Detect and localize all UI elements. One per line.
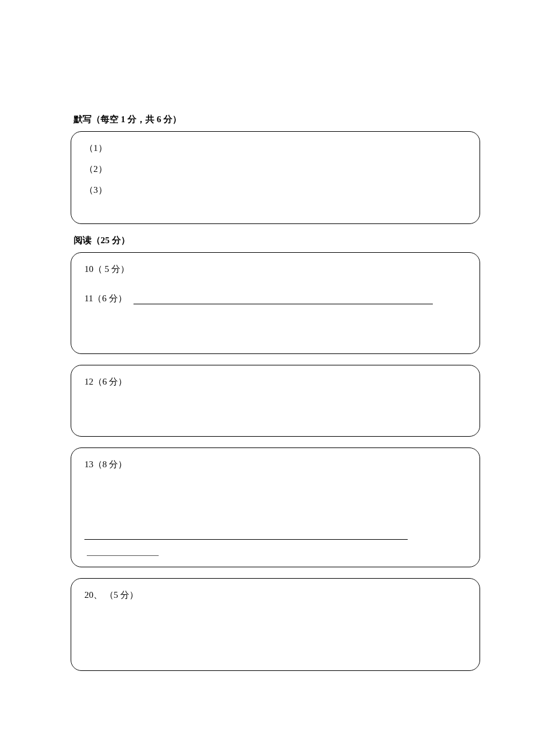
- answer-box-q10-q11: 10（ 5 分） 11（6 分）: [71, 252, 480, 354]
- answer-box-q20: 20、 （5 分）: [71, 578, 480, 671]
- answer-box-q12: 12（6 分）: [71, 365, 480, 437]
- question-13-answer-line-1[interactable]: [84, 539, 408, 540]
- dictation-item-2[interactable]: （2）: [84, 164, 466, 175]
- question-11-label: 11（6 分）: [84, 293, 127, 304]
- dictation-item-1[interactable]: （1）: [84, 143, 466, 154]
- question-13-label: 13（8 分）: [84, 459, 127, 470]
- question-10-label: 10（ 5 分）: [84, 264, 129, 275]
- question-12-label: 12（6 分）: [84, 376, 127, 388]
- dictation-item-3[interactable]: （3）: [84, 185, 466, 196]
- section-title-dictation: 默写（每空 1 分，共 6 分）: [71, 114, 480, 125]
- question-13-answer-line-tail[interactable]: [87, 555, 159, 556]
- question-20-label: 20、 （5 分）: [84, 589, 138, 601]
- answer-box-dictation: （1） （2） （3）: [71, 131, 480, 224]
- question-11-answer-line[interactable]: [134, 304, 433, 304]
- answer-box-q13: 13（8 分）: [71, 447, 480, 567]
- section-title-reading: 阅读（25 分）: [71, 235, 480, 246]
